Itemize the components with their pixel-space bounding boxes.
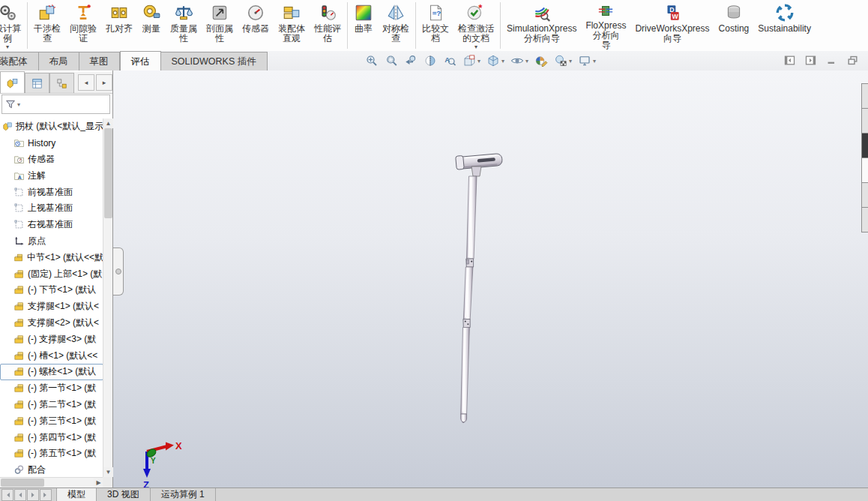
window-restore-button[interactable] [844, 53, 861, 67]
document-tab-1[interactable]: 模型 [56, 488, 97, 501]
tree-horizontal-scrollbar[interactable]: ▶ [0, 477, 103, 488]
tree-item-label: 右视基准面 [28, 218, 73, 231]
compare-doc-icon: =? [426, 3, 445, 22]
hud-zoom-to-area-button[interactable] [382, 53, 400, 68]
panel-tab-propertymanager[interactable] [25, 73, 49, 93]
tree-vertical-scrollbar[interactable]: ▲ ▼ [103, 118, 112, 477]
tree-item-13[interactable]: (-) 支撑腿<3> (默 [0, 331, 103, 347]
ribbon-button-costing[interactable]: Costing [714, 0, 754, 51]
tree-filter-bar[interactable]: ▾ [1, 94, 110, 114]
tab-nav-last-button[interactable] [40, 489, 52, 501]
task-pane-strip[interactable] [861, 84, 868, 232]
window-collapse-pane-right-button[interactable] [802, 53, 819, 67]
command-tab-3[interactable]: 草图 [79, 52, 120, 70]
tree-item-10[interactable]: (-) 下节<1> (默认 [0, 282, 103, 298]
ribbon-button-performance-evaluation[interactable]: 性能评估 [310, 0, 346, 51]
hud-display-style-button[interactable]: ▾ [484, 53, 507, 68]
document-tab-2[interactable]: 3D 视图 [97, 488, 151, 501]
graphics-area[interactable]: X Y Z [113, 70, 868, 488]
tree-item-19[interactable]: (-) 第四节<1> (默 [0, 429, 103, 446]
tree-item-9[interactable]: (固定) 上部<1> (默 [0, 266, 103, 282]
tree-item-20[interactable]: (-) 第五节<1> (默 [0, 446, 103, 462]
tree-item-12[interactable]: 支撑腿<2> (默认< [0, 315, 103, 332]
hud-view-annotations-button[interactable]: A [441, 53, 459, 68]
task-pane-tab-5[interactable] [861, 182, 868, 208]
horizontal-scroll-thumb[interactable] [1, 478, 44, 487]
interference-icon [37, 3, 57, 22]
ribbon-button-compare-documents[interactable]: =?比较文档 [418, 0, 453, 51]
document-tab-3[interactable]: 运动算例 1 [151, 488, 216, 501]
ribbon-toolbar: 设计算例▾干涉检查间隙验证孔对齐测量质量属性剖面属性传感器装配体直观性能评估曲率… [0, 0, 868, 52]
tree-item-17[interactable]: (-) 第二节<1> (默 [0, 397, 103, 413]
window-collapse-pane-left-button[interactable] [781, 53, 798, 67]
tree-item-6[interactable]: 右视基准面 [0, 217, 103, 233]
ribbon-button-mass-properties[interactable]: 质量属性 [166, 0, 202, 51]
ribbon-button-floxpress[interactable]: FloXpress分析向导 [581, 0, 630, 51]
ribbon-button-symmetry-check[interactable]: 对称检查 [378, 0, 414, 51]
tree-item-14[interactable]: (-) 槽<1> (默认<< [0, 347, 103, 364]
scroll-down-button[interactable]: ▼ [103, 467, 113, 477]
ribbon-button-measure[interactable]: 测量 [137, 0, 166, 51]
task-pane-tab-6[interactable] [861, 207, 868, 232]
hud-apply-scene-button[interactable]: ▾ [552, 53, 574, 68]
task-pane-tab-2[interactable] [861, 108, 868, 134]
tab-nav-prev-button[interactable] [14, 489, 26, 501]
panel-splitter-handle[interactable] [113, 248, 124, 296]
command-tab-5[interactable]: SOLIDWORKS 插件 [161, 52, 268, 70]
hud-view-orientation-button[interactable]: ▾ [460, 53, 483, 68]
panel-tab-scroll-left[interactable]: ◂ [78, 74, 94, 91]
vertical-scroll-thumb[interactable] [104, 128, 112, 218]
ribbon-button-section-properties[interactable]: 剖面属性 [202, 0, 238, 51]
tab-nav-first-button[interactable] [1, 489, 13, 501]
tree-item-16[interactable]: (-) 第一节<1> (默 [0, 380, 103, 397]
tree-item-15[interactable]: (-) 螺栓<1> (默认 [0, 364, 103, 380]
tree-item-1[interactable]: History [0, 135, 103, 152]
task-pane-tab-4[interactable] [861, 158, 868, 183]
tree-item-11[interactable]: 支撑腿<1> (默认< [0, 298, 103, 315]
tree-item-5[interactable]: 上视基准面 [0, 200, 103, 217]
ribbon-button-clearance-verify[interactable]: 间隙验证 [65, 0, 101, 51]
crutch-model[interactable] [113, 70, 868, 488]
ribbon-button-check-active-document[interactable]: *检查激活的文档▾ [453, 0, 498, 51]
hud-previous-view-button[interactable] [402, 53, 420, 68]
task-pane-tab-3[interactable] [861, 133, 868, 158]
panel-tab-featuremanager[interactable] [0, 71, 25, 93]
command-tab-1[interactable]: 装配体 [0, 52, 39, 70]
check-active-icon: * [466, 3, 486, 22]
tree-item-21[interactable]: 配合 [0, 462, 103, 477]
ribbon-button-curvature[interactable]: 曲率 [349, 0, 378, 51]
window-minimize-button[interactable] [823, 53, 840, 67]
ribbon-button-sustainability[interactable]: Sustainability [753, 0, 816, 51]
tab-nav-next-button[interactable] [27, 489, 39, 501]
hud-hide-show-items-button[interactable]: ▾ [508, 53, 531, 68]
tree-item-4[interactable]: 前视基准面 [0, 184, 103, 200]
ribbon-button-interference-check[interactable]: 干涉检查 [29, 0, 65, 51]
command-tab-4[interactable]: 评估 [120, 51, 161, 71]
ribbon-button-simulationxpress[interactable]: SimulationXpress分析向导 [502, 0, 581, 51]
ribbon-button-label-line: Sustainability [758, 24, 811, 34]
window-close-button[interactable] [865, 53, 868, 67]
hud-view-settings-button[interactable]: ▾ [576, 53, 598, 68]
scroll-up-button[interactable]: ▲ [103, 118, 113, 128]
tree-item-root[interactable]: 拐杖 (默认<默认_显示 [0, 118, 103, 135]
hud-section-icon [424, 54, 437, 68]
t-comp-icon [13, 268, 25, 280]
filter-dropdown-caret-icon: ▾ [17, 101, 20, 108]
tree-item-8[interactable]: 中节<1> (默认<<默 [0, 249, 103, 266]
task-pane-tab-1[interactable] [861, 83, 868, 109]
tree-item-18[interactable]: (-) 第三节<1> (默 [0, 412, 103, 429]
ribbon-button-sensor[interactable]: 传感器 [238, 0, 274, 51]
tree-item-7[interactable]: 原点 [0, 233, 103, 250]
hud-section-view-button[interactable] [421, 53, 439, 68]
ribbon-button-hole-align[interactable]: 孔对齐 [101, 0, 137, 51]
command-tab-2[interactable]: 布局 [39, 52, 79, 70]
tree-item-2[interactable]: 传感器 [0, 152, 103, 168]
ribbon-button-assembly-visualization[interactable]: 装配体直观 [274, 0, 310, 51]
tree-item-3[interactable]: A注解 [0, 167, 103, 184]
panel-tab-scroll-right[interactable]: ▸ [96, 74, 112, 91]
ribbon-button-driveworksxpress[interactable]: DWDriveWorksXpress向导 [630, 0, 714, 51]
hud-zoom-to-fit-button[interactable] [363, 53, 381, 68]
ribbon-button-design-study[interactable]: 设计算例▾ [0, 0, 25, 51]
hud-edit-appearance-button[interactable] [532, 53, 550, 68]
panel-tab-configurationmanager[interactable] [49, 73, 74, 93]
